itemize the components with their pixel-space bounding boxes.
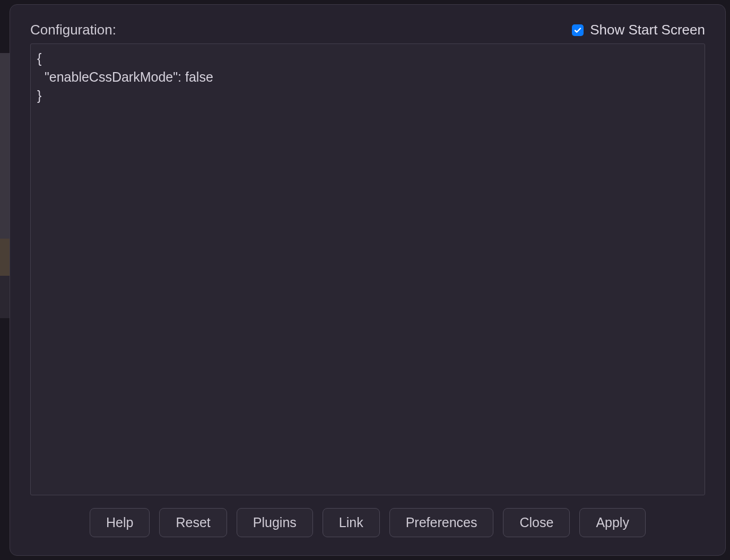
show-start-screen-checkbox[interactable]: [572, 24, 584, 36]
dialog-header: Configuration: Show Start Screen: [30, 22, 705, 38]
plugins-button[interactable]: Plugins: [237, 508, 313, 537]
show-start-screen-label[interactable]: Show Start Screen: [590, 22, 705, 38]
show-start-screen-option[interactable]: Show Start Screen: [572, 22, 705, 38]
help-button[interactable]: Help: [90, 508, 150, 537]
reset-button[interactable]: Reset: [159, 508, 227, 537]
checkmark-icon: [573, 26, 582, 34]
configuration-textarea[interactable]: [30, 43, 705, 495]
close-button[interactable]: Close: [503, 508, 570, 537]
link-button[interactable]: Link: [323, 508, 380, 537]
dialog-button-row: Help Reset Plugins Link Preferences Clos…: [30, 508, 705, 537]
backdrop-strip: [0, 53, 11, 318]
configuration-dialog: Configuration: Show Start Screen Help Re…: [10, 4, 726, 556]
preferences-button[interactable]: Preferences: [389, 508, 494, 537]
configuration-label: Configuration:: [30, 22, 116, 38]
apply-button[interactable]: Apply: [579, 508, 646, 537]
